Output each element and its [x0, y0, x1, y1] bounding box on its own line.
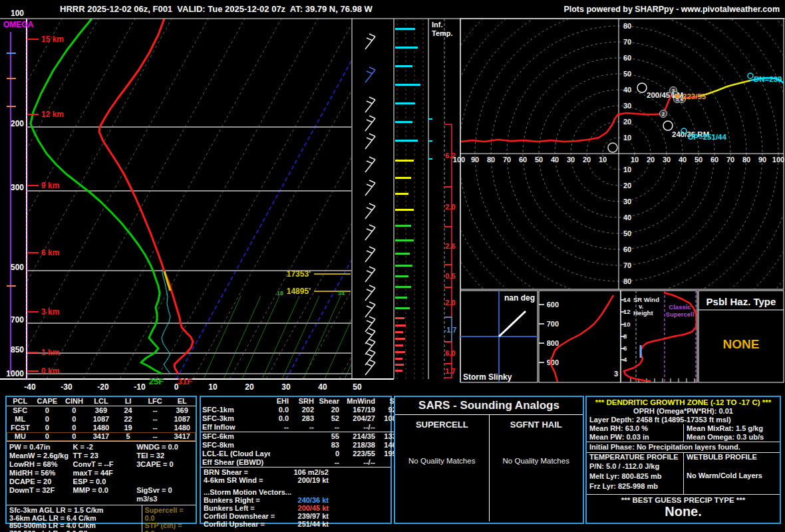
hodo-y-tick: 60: [623, 245, 631, 253]
kinematics-cell: --/--: [341, 458, 377, 467]
wind-speed-bar: [395, 265, 412, 267]
kinematics-row: Eff Shear (EBWD)----/----/--: [201, 458, 408, 467]
parcel-cell: 0: [34, 406, 61, 416]
hodo-x-tick: 100: [453, 156, 465, 164]
hodo-ring: [427, 0, 785, 345]
thermo-index: LowRH = 68%: [9, 460, 73, 469]
pressure-tick-label: 300: [11, 183, 24, 192]
thermo-col-2: K = -2TT = 23ConvT = --FmaxT = 44FESP = …: [73, 443, 137, 503]
thermo-index: ESP = 0.0: [73, 477, 137, 486]
kinematics-header: SRH: [290, 397, 315, 406]
wind-speed-bar: [395, 325, 406, 327]
parcel-cell: 369: [88, 406, 115, 416]
temp-tick-label: 10: [208, 382, 218, 392]
kinematics-cell: --: [315, 458, 341, 467]
skewed-isotherm: [266, 19, 464, 379]
thermo-index: MeanW = 2.6g/kg: [9, 452, 73, 460]
wind-barb: [365, 157, 375, 172]
hodo-x-tick: 70: [503, 156, 511, 164]
oprh-value: OPRH (Omega*PW*RH): 0.01: [587, 407, 780, 416]
brn-shear-value: 106 m2/s2: [293, 468, 329, 476]
dgz-means: Mean RH: 63.0 % Mean PW: 0.03 in Mean Mi…: [587, 424, 780, 442]
hodo-y-tick: 60: [623, 54, 631, 62]
parcel-cell: 3417: [168, 432, 196, 441]
temp-tick-label: -20: [97, 382, 109, 392]
theta-e-tick: 800: [547, 339, 559, 347]
kinematics-cell: SFC-6km: [201, 432, 270, 442]
parcel-cell: 0: [61, 406, 88, 416]
mixing-ratio-line: [345, 296, 382, 379]
wind-speed-bar: [395, 177, 411, 179]
advection-value: 2.0: [445, 299, 455, 307]
hodo-y-tick: 70: [623, 38, 631, 46]
wind-speed-bar: [395, 160, 414, 162]
wind-barb: [365, 116, 375, 131]
hodo-x-tick: 20: [583, 156, 591, 164]
hodo-y-tick: 40: [623, 86, 631, 94]
wind-speed-bar: [395, 28, 415, 30]
parcel-cell: 0: [34, 424, 61, 432]
mixing-ratio-line: [204, 296, 241, 379]
parcel-cell: 1087: [88, 415, 115, 424]
skewed-isotherm: [0, 19, 98, 379]
skewed-isotherm: [0, 19, 172, 379]
lapse-rate: Sfc-3km AGL LR = 1.5 C/km: [9, 507, 139, 515]
wind-barb-column: [365, 34, 375, 375]
kinematics-cell: SFC-8km: [201, 441, 270, 450]
wind-speed-bar: [395, 331, 403, 333]
wind-barb: [365, 97, 375, 112]
mean-rh: Mean RH: 63.0 %: [589, 424, 681, 433]
parcel-cell: 24: [114, 406, 142, 416]
temp-tick-label: -30: [61, 382, 73, 392]
composite-index: STP (cin) = 0.0: [145, 522, 193, 532]
inf-temp-header-2: Temp.: [432, 29, 453, 37]
wind-barb: [365, 267, 375, 282]
mixing-ratio-line: [242, 296, 279, 379]
hodo-ring: [443, 0, 785, 329]
parcel-cell: 0: [34, 415, 61, 424]
hodo-annotation-label: UP=251/44: [688, 133, 726, 141]
kinematics-cell: SFC-3km: [201, 414, 270, 423]
hodo-y-tick: 40: [623, 213, 631, 221]
composite-indices: Supercell = 0.0STP (cin) = 0.0STP (fix) …: [142, 505, 196, 532]
sr46-label: 4-6km SR Wind =: [204, 476, 263, 484]
wind-speed-bar: [395, 239, 414, 241]
hodo-x-tick: 50: [695, 156, 703, 164]
sars-supercell-column: SUPERCELL No Quality Matches: [395, 415, 489, 521]
skewed-isotherm: [120, 19, 318, 379]
thermo-indices: PW = 0.47inMeanW = 2.6g/kgLowRH = 68%Mid…: [7, 441, 196, 505]
parcel-header: LI: [114, 397, 142, 406]
composite-index: Supercell = 0.0: [145, 507, 193, 522]
mixing-ratio-label: 18: [277, 290, 283, 297]
storm-motion-value: 200/45 kt: [298, 504, 329, 512]
inferred-temp-advection-column: 6.22.02.60.52.0-1.76.01.7: [428, 19, 456, 379]
parcel-table: PCLCAPECINHLCLLILFCELSFC0036924--369ML00…: [7, 397, 196, 441]
thermo-index: K = -2: [73, 443, 137, 452]
thermo-index: DCAPE = 20: [9, 477, 73, 486]
temp-tick-label: -10: [134, 382, 146, 392]
kinematics-cell: 218/38: [341, 441, 377, 450]
mixing-ratio-line: [325, 296, 362, 379]
pressure-tick-label: 100: [11, 9, 24, 18]
thermo-index: MMP = 0.0: [73, 486, 137, 495]
parcel-header: LCL: [88, 397, 115, 406]
pressure-tick-label: 700: [11, 315, 24, 325]
kinematics-cell: Eff Inflow: [201, 423, 270, 432]
parcel-header: PCL: [7, 397, 34, 406]
height-km-label: 9 km: [41, 181, 59, 190]
dgz-layer-depth: Layer Depth: 2458 ft (14895-17353 ft msl…: [587, 416, 780, 424]
wind-barb: [365, 247, 375, 262]
storm-motion-row: Corfidi Upshear =251/44 kt: [201, 520, 329, 528]
wind-barb: [365, 180, 375, 196]
sars-hail-column: SGFNT HAIL No Quality Matches: [489, 415, 583, 521]
parcel-cell: --: [142, 432, 169, 441]
hodo-x-tick: 30: [567, 156, 575, 164]
height-km-label: 12 km: [41, 110, 64, 119]
sounding-plot-svg: 100200300500700850100015 km12 km9 km6 km…: [0, 0, 785, 394]
kinematics-cell: 20: [315, 406, 341, 414]
omega-axis-label: OMEGA: [3, 20, 34, 29]
kinematics-row: SFC-1km0.020220167/1992/36: [201, 406, 408, 414]
parcel-header: LFC: [142, 397, 169, 406]
kinematics-header: MnWind: [341, 397, 377, 406]
sr-wind-label-1: SR Wind: [633, 296, 659, 303]
